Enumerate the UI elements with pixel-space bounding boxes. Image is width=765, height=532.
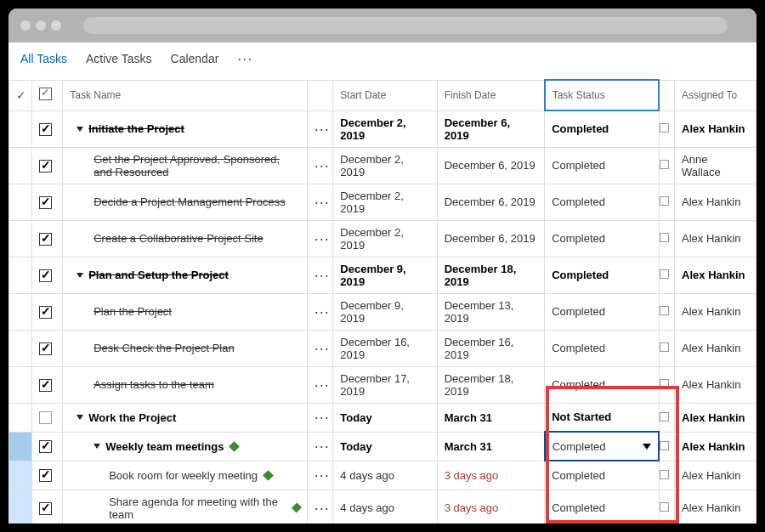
assigned-to-cell[interactable]: Alex Hankin [675, 184, 756, 220]
task-status-cell[interactable]: Completed [545, 293, 660, 330]
header-complete-col[interactable] [31, 80, 63, 110]
start-date-cell[interactable]: December 2, 2019 [333, 110, 437, 147]
row-menu-button[interactable]: ··· [314, 438, 330, 455]
task-name-cell[interactable]: Plan the Project [63, 293, 308, 330]
complete-checkbox[interactable] [39, 342, 52, 355]
assigned-to-cell[interactable]: Alex Hankin [675, 257, 756, 293]
row-select-cell[interactable] [9, 110, 32, 147]
tab-calendar[interactable]: Calendar [171, 52, 219, 65]
task-status-cell[interactable]: Completed [545, 330, 660, 366]
complete-checkbox[interactable] [39, 269, 52, 282]
task-status-cell[interactable]: Completed [545, 461, 660, 490]
task-status-cell[interactable]: Completed [545, 490, 660, 524]
task-status-cell[interactable]: Not Started [545, 403, 660, 432]
task-status-cell[interactable]: Completed [545, 220, 660, 257]
table-row[interactable]: Plan and Setup the Project···December 9,… [9, 257, 756, 293]
finish-date-cell[interactable]: March 31 [437, 403, 544, 432]
start-date-cell[interactable]: December 2, 2019 [333, 147, 437, 184]
row-menu-button[interactable]: ··· [314, 230, 330, 247]
finish-date-cell[interactable]: 3 days ago [437, 490, 544, 524]
row-select-cell[interactable] [9, 257, 32, 293]
task-name-cell[interactable]: Plan and Setup the Project [63, 257, 308, 293]
header-task-status[interactable]: Task Status [545, 80, 660, 110]
assigned-to-cell[interactable]: Alex Hankin [675, 330, 756, 366]
header-assigned-to[interactable]: Assigned To [675, 80, 756, 110]
header-task-name[interactable]: Task Name [63, 80, 308, 110]
task-name-cell[interactable]: Create a Collaborative Project Site [63, 220, 308, 257]
table-row[interactable]: Create a Collaborative Project Site···De… [9, 220, 756, 257]
start-date-cell[interactable]: 4 days ago [333, 461, 437, 490]
row-select-cell[interactable] [9, 490, 32, 524]
window-dot-close[interactable] [20, 20, 31, 31]
row-select-cell[interactable] [9, 366, 32, 403]
assigned-to-cell[interactable]: Alex Hankin [675, 461, 756, 490]
complete-checkbox[interactable] [39, 469, 52, 482]
task-name-cell[interactable]: Assign tasks to the team [63, 366, 308, 403]
start-date-cell[interactable]: December 9, 2019 [333, 293, 437, 330]
task-name-cell[interactable]: Initiate the Project [63, 110, 308, 147]
complete-checkbox[interactable] [39, 411, 52, 424]
assigned-to-cell[interactable]: Alex Hankin [675, 432, 756, 461]
task-status-cell[interactable]: Completed [545, 110, 660, 147]
row-select-cell[interactable] [9, 432, 32, 461]
caret-down-icon[interactable] [94, 444, 100, 449]
complete-checkbox[interactable] [39, 306, 52, 319]
table-row[interactable]: Book room for weekly meeting···4 days ag… [9, 461, 756, 490]
assigned-to-cell[interactable]: Alex Hankin [675, 220, 756, 257]
complete-checkbox[interactable] [39, 160, 52, 173]
finish-date-cell[interactable]: December 18, 2019 [437, 366, 544, 403]
task-status-cell[interactable]: Completed [545, 257, 660, 293]
start-date-cell[interactable]: December 2, 2019 [333, 220, 437, 257]
assigned-to-cell[interactable]: Alex Hankin [675, 490, 756, 524]
table-row[interactable]: Assign tasks to the team···December 17, … [9, 366, 756, 403]
start-date-cell[interactable]: December 17, 2019 [333, 366, 437, 403]
table-row[interactable]: Initiate the Project···December 2, 2019D… [9, 110, 756, 147]
status-dropdown[interactable]: Completed [546, 433, 659, 460]
start-date-cell[interactable]: Today [333, 432, 437, 461]
row-select-cell[interactable] [9, 403, 32, 432]
assigned-to-cell[interactable]: Anne Wallace [675, 147, 756, 184]
task-name-cell[interactable]: Get the Project Approved, Sponsored, and… [63, 147, 308, 184]
tab-all-tasks[interactable]: All Tasks [20, 52, 67, 65]
finish-date-cell[interactable]: December 16, 2019 [437, 330, 544, 366]
assignee-checkbox[interactable] [660, 196, 669, 206]
task-name-cell[interactable]: Book room for weekly meeting [63, 461, 308, 490]
table-row[interactable]: Plan the Project···December 9, 2019Decem… [9, 293, 756, 330]
assigned-to-cell[interactable]: Alex Hankin [675, 366, 756, 403]
caret-down-icon[interactable] [76, 127, 83, 132]
complete-checkbox[interactable] [39, 196, 52, 209]
table-row[interactable]: Get the Project Approved, Sponsored, and… [9, 147, 756, 184]
complete-checkbox[interactable] [39, 123, 52, 136]
caret-down-icon[interactable] [76, 415, 83, 420]
table-row[interactable]: Share agenda for meeting with the team··… [9, 490, 756, 524]
caret-down-icon[interactable] [76, 273, 83, 278]
assignee-checkbox[interactable] [660, 233, 669, 242]
row-menu-button[interactable]: ··· [314, 267, 330, 284]
assignee-checkbox[interactable] [660, 470, 669, 479]
header-select-all[interactable]: ✓ [9, 80, 32, 110]
tab-active-tasks[interactable]: Active Tasks [86, 52, 152, 65]
row-select-cell[interactable] [9, 220, 32, 257]
url-bar[interactable] [83, 17, 728, 34]
header-start-date[interactable]: Start Date [333, 80, 437, 110]
task-name-cell[interactable]: Weekly team meetings [63, 432, 308, 461]
complete-checkbox[interactable] [39, 379, 52, 392]
finish-date-cell[interactable]: December 6, 2019 [437, 184, 544, 220]
task-status-cell[interactable]: Completed [545, 184, 660, 220]
complete-checkbox[interactable] [39, 502, 52, 515]
start-date-cell[interactable]: December 9, 2019 [333, 257, 437, 293]
task-name-cell[interactable]: Desk Check the Project Plan [63, 330, 308, 366]
task-name-cell[interactable]: Work the Project [63, 403, 308, 432]
task-status-cell[interactable]: Completed [545, 366, 660, 403]
more-views-button[interactable]: ··· [237, 51, 252, 66]
start-date-cell[interactable]: Today [333, 403, 437, 432]
row-select-cell[interactable] [9, 330, 32, 366]
header-finish-date[interactable]: Finish Date [437, 80, 544, 110]
finish-date-cell[interactable]: December 18, 2019 [437, 257, 544, 293]
assigned-to-cell[interactable]: Alex Hankin [675, 403, 756, 432]
finish-date-cell[interactable]: 3 days ago [437, 461, 544, 490]
table-row[interactable]: Weekly team meetings···TodayMarch 31Comp… [9, 432, 756, 461]
row-menu-button[interactable]: ··· [314, 376, 330, 393]
table-row[interactable]: Work the Project···TodayMarch 31Not Star… [9, 403, 756, 432]
complete-checkbox[interactable] [39, 233, 52, 246]
